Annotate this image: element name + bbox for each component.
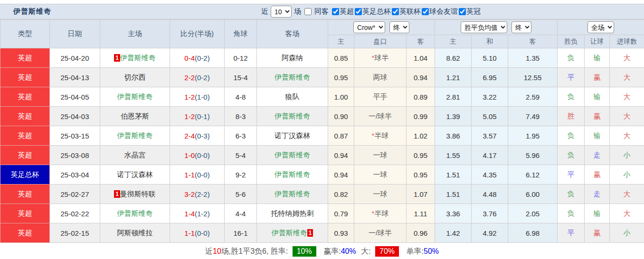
avg-odds-away: 7.49 [508,107,558,126]
score-cell: 2-4(0-3) [170,126,225,146]
avg-odds-away: 2.59 [508,87,558,107]
bookmaker-select[interactable]: Crow* [353,21,385,33]
handicap-outcome: 走 [585,185,610,204]
home-team-cell: 诺丁汉森林 [100,165,170,185]
match-type-label: 英超 [18,112,32,120]
average-select[interactable]: 胜平负均值 [461,21,507,33]
home-team-cell: 切尔西 [100,68,170,87]
result-outcome: 负 [558,146,585,165]
recent-count-select[interactable]: 10 [271,6,292,18]
league-filter-checkbox[interactable] [422,8,429,15]
handicap-text: 一球 [373,170,388,178]
handicap-line: 一球 [354,185,407,204]
home-team-name: 切尔西 [124,73,146,81]
fulltime-score: 1-4 [184,210,195,218]
match-type-cell: 英超 [0,48,50,68]
goals-outcome: 小 [610,223,644,243]
handicap-outcome-label: 赢 [594,229,601,237]
away-team-cell: 阿森纳 [257,48,328,68]
average-time-select[interactable]: 终 [511,21,531,33]
league-filter-label: 英冠 [466,7,481,16]
league-filter[interactable]: 英冠 [458,7,481,16]
handicap-odds-home: 0.90 [328,107,354,126]
table-row: 英超25-04-201伊普斯维奇0-4(0-2)0-12阿森纳0.85*球半1.… [0,48,644,68]
handicap-odds-home: 0.85 [328,48,354,68]
result-outcome-label: 负 [568,92,575,101]
avg-odds-home: 8.62 [435,48,472,68]
handicap-outcome-label: 走 [594,151,601,159]
home-team-name: 曼彻斯特联 [120,190,156,198]
handicap-text: 半球 [374,131,388,139]
result-outcome-label: 平 [568,229,575,237]
match-type-cell: 英超 [0,185,50,204]
fulltime-score: 3-2 [184,190,195,198]
away-team-cell: 伊普斯维奇 [257,185,328,204]
subheader-odds-handicap: 盘口 [354,35,407,48]
league-filters: 英超英足总杯英联杯球会友谊英冠 [331,7,481,17]
fulltime-score: 2-4 [184,132,195,140]
avg-odds-away: 12.55 [508,68,558,87]
home-team-name: 水晶宫 [124,151,146,159]
home-team-cell: 伯恩茅斯 [100,107,170,126]
match-type-cell: 英超 [0,126,50,146]
avg-odds-draw: 4.17 [472,146,508,165]
corners: 0-12 [225,48,257,68]
same-venue-filter[interactable]: 同客 [303,7,331,16]
bookmaker-time-select[interactable]: 终 [389,21,409,33]
away-team-name: 托特纳姆热刺 [271,209,314,217]
match-history-table: 类型 日期 主场 比分(半场) 角球 客场 Crow* 终 胜平负均值 终 [0,19,644,243]
result-outcome: 平 [558,223,585,243]
league-filter-checkbox[interactable] [459,8,466,15]
away-team-cell: 伊普斯维奇 [257,107,328,126]
scope-select[interactable]: 全场 [587,21,614,33]
same-venue-checkbox[interactable] [304,8,312,15]
home-team-cell: 伊普斯维奇 [100,204,170,223]
table-row: 英超25-03-15伊普斯维奇2-4(0-3)6-3诺丁汉森林0.87*半球1.… [0,126,644,146]
avg-odds-home: 1.51 [435,165,472,185]
handicap-odds-home: 0.93 [328,223,354,243]
score-cell: 1-1(0-0) [170,223,225,243]
match-type-cell: 英超 [0,107,50,126]
filter-bar: 近 10 场 同客 英超英足总杯英联杯球会友谊英冠 [259,6,481,18]
match-date: 25-04-03 [50,107,100,126]
goals-outcome: 大 [610,126,644,146]
match-type-label: 英超 [18,54,32,62]
halftime-score: (0-0) [195,171,210,179]
handicap-odds-away: 0.95 [407,146,435,165]
result-outcome-label: 平 [568,170,575,178]
handicap-odds-home: 0.79 [328,204,354,223]
handicap-odds-home: 0.94 [328,165,354,185]
home-team-cell: 阿斯顿维拉 [100,223,170,243]
goals-outcome-label: 大 [624,112,631,120]
league-filter-checkbox[interactable] [392,8,399,15]
avg-odds-home: 3.86 [435,126,472,146]
avg-odds-draw: 4.35 [472,165,508,185]
avg-odds-away: 5.96 [508,146,558,165]
avg-odds-away: 6.12 [508,165,558,185]
league-filter-label: 球会友谊 [429,7,458,16]
goals-outcome-label: 大 [624,131,631,139]
result-outcome-label: 胜 [568,112,575,120]
league-filter[interactable]: 英超 [331,7,354,16]
halftime-score: (0-0) [195,229,210,237]
match-type-label: 英超 [18,229,32,237]
league-filter-checkbox[interactable] [355,8,362,15]
halftime-score: (1-0) [195,93,210,101]
result-outcome-label: 平 [568,73,575,81]
match-type-cell: 英足总杯 [0,165,50,185]
home-team-name: 诺丁汉森林 [117,170,153,178]
subheader-avg-away: 客 [508,35,558,48]
goals-outcome: 大 [610,185,644,204]
league-filter[interactable]: 球会友谊 [421,7,458,16]
league-filter[interactable]: 英足总杯 [354,7,391,16]
handicap-text: 两球 [373,73,388,81]
match-date: 25-02-22 [50,204,100,223]
match-date: 25-02-15 [50,223,100,243]
home-red-card-badge: 1 [114,54,120,62]
handicap-line: 一球 [354,146,407,165]
league-filter[interactable]: 英联杯 [391,7,421,16]
same-venue-label: 同客 [314,7,329,16]
league-filter-label: 英足总杯 [362,7,391,16]
avg-odds-draw: 4.48 [472,185,508,204]
league-filter-checkbox[interactable] [332,8,339,15]
